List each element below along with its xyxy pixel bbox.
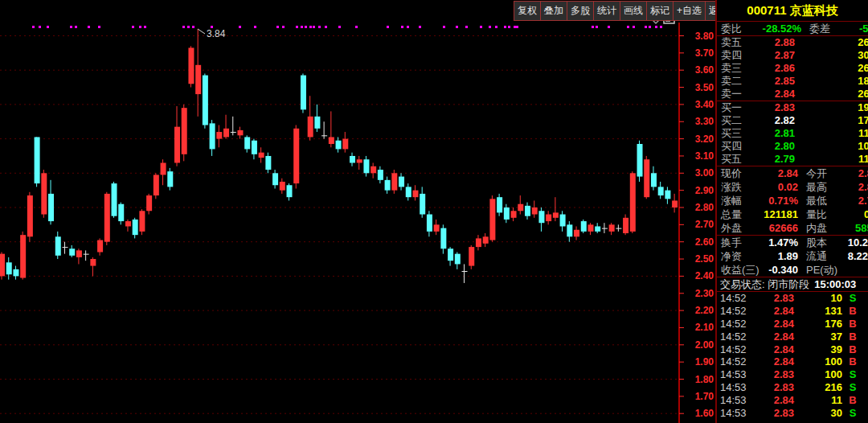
quote-row-3-value-2: 2.77 <box>838 194 868 207</box>
fundamental-row-3: 收益(三)-0.340PE(动)— <box>717 263 868 277</box>
tick-row-2: 14:522.84131B <box>717 305 868 318</box>
quote-stats: 现价2.84今开2.84涨跌0.02最高2.88涨幅0.71%最低2.77总量1… <box>717 166 868 236</box>
quote-row-4-value-1: 121181 <box>763 207 798 221</box>
price-axis-label: 2.90 <box>695 185 714 196</box>
quote-row-1-label-1: 现价 <box>717 166 763 180</box>
fundamental-stats: 换手1.47%股本10.2亿净资1.89流通8.22亿收益(三)-0.340PE… <box>717 236 868 277</box>
high-price-label: 3.84 <box>207 28 226 39</box>
quote-row-4: 总量121181量比0.4 <box>717 207 868 221</box>
fundamental-row-2-value-2: 8.22亿 <box>838 249 868 263</box>
tick-time: 14:52 <box>717 305 752 318</box>
tick-trade-list[interactable]: 14:522.8310S14:522.84131B14:522.84176B14… <box>717 292 868 420</box>
high-price-annotation: 3.84 <box>198 28 226 39</box>
fundamental-row-2-label-2: 流通 <box>806 249 838 263</box>
buy-level-4: 买四2.80106 <box>717 140 868 153</box>
buy-level-2-label: 买二 <box>717 114 750 127</box>
quote-row-5-value-2: 5851 <box>838 221 868 235</box>
tick-volume: 176 <box>794 318 842 331</box>
tick-row-7: 14:532.83100S <box>717 368 868 381</box>
quote-row-1-value-1: 2.84 <box>763 166 798 180</box>
trading-terminal: 3.803.703.603.503.403.303.203.103.002.90… <box>0 0 868 423</box>
signal-marker-dots <box>32 26 662 28</box>
buy-level-2: 买二2.82176 <box>717 114 868 127</box>
sell-level-3-volume: 262 <box>795 62 868 75</box>
tick-side: B <box>842 343 863 356</box>
fundamental-row-1-label-1: 换手 <box>717 236 763 249</box>
session-status-row: 交易状态: 闭市阶段15:00:03 <box>717 277 868 292</box>
buy-level-5-price: 2.79 <box>750 153 795 166</box>
tick-extra <box>863 318 868 331</box>
session-label: 交易状态: 闭市阶段 <box>720 278 809 290</box>
tick-row-5: 14:522.8439B1 <box>717 343 868 356</box>
toolbar-button-5[interactable]: 画线 <box>620 1 647 21</box>
tick-price: 2.84 <box>752 394 794 407</box>
quote-row-2-label-2: 最高 <box>806 180 838 194</box>
sell-level-4: 卖四2.87302 <box>717 49 868 62</box>
tick-volume: 39 <box>794 343 842 356</box>
buy-level-1: 买一2.83196 <box>717 101 868 114</box>
tick-row-9: 14:532.8411B <box>717 394 868 407</box>
sell-level-4-price: 2.87 <box>750 49 795 62</box>
tick-volume: 30 <box>794 407 842 420</box>
sell-level-5-volume: 262 <box>795 36 868 49</box>
weibi-value: -28.52% <box>750 22 801 35</box>
tick-extra: 1 <box>863 343 868 356</box>
tick-side: B <box>842 331 863 343</box>
tick-row-10: 14:532.8330S <box>717 407 868 420</box>
tick-time: 14:53 <box>717 368 752 381</box>
tick-time: 14:52 <box>717 318 752 331</box>
fundamental-row-2: 净资1.89流通8.22亿 <box>717 249 868 263</box>
price-axis-label: 3.30 <box>695 116 714 127</box>
price-axis-label: 2.70 <box>695 219 714 230</box>
tick-price: 2.83 <box>752 368 794 381</box>
sell-level-3: 卖三2.86262 <box>717 62 868 75</box>
toolbar-button-6[interactable]: 标记 <box>646 1 674 21</box>
price-axis-label: 2.00 <box>695 339 714 351</box>
weicha-label: 委差 <box>809 22 838 35</box>
sell-level-5-price: 2.88 <box>750 36 795 49</box>
sell-level-4-label: 卖四 <box>717 49 750 62</box>
quote-row-3-label-1: 涨幅 <box>717 194 763 207</box>
buy-level-4-price: 2.80 <box>750 140 795 153</box>
buy-levels: 买一2.83196买二2.82176买三2.81114买四2.80106买五2.… <box>717 101 868 166</box>
fundamental-row-2-value-1: 1.89 <box>763 249 798 263</box>
tick-extra <box>863 292 868 305</box>
buy-level-4-volume: 106 <box>795 140 868 153</box>
tick-row-4: 14:522.8437B <box>717 331 868 343</box>
tick-price: 2.83 <box>752 407 794 420</box>
buy-level-5-volume: 113 <box>795 153 868 166</box>
buy-level-1-volume: 196 <box>795 101 868 114</box>
tick-price: 2.84 <box>752 343 794 356</box>
tick-side: B <box>842 394 863 407</box>
weicha-value: -564 <box>838 22 868 35</box>
toolbar-button-3[interactable]: 多股 <box>567 1 594 21</box>
toolbar: 复权叠加多股统计画线标记+自选返回 <box>514 0 732 21</box>
tick-price: 2.84 <box>752 305 794 318</box>
stock-name: 京蓝科技 <box>790 3 838 17</box>
toolbar-button-7[interactable]: +自选 <box>673 1 706 21</box>
buy-level-3-label: 买三 <box>717 127 750 140</box>
tick-row-3: 14:522.84176B <box>717 318 868 331</box>
tick-volume: 131 <box>794 305 842 318</box>
candlestick-chart[interactable]: 3.803.703.603.503.403.303.203.103.002.90… <box>0 0 715 423</box>
tick-extra <box>863 407 868 420</box>
quote-row-4-label-2: 量比 <box>806 207 838 221</box>
quote-row-1-value-2: 2.84 <box>838 166 868 180</box>
buy-level-3-volume: 114 <box>795 127 868 140</box>
tick-extra: 1 <box>863 381 868 394</box>
toolbar-button-2[interactable]: 叠加 <box>540 1 567 21</box>
buy-level-3-price: 2.81 <box>750 127 795 140</box>
tick-side: B <box>842 318 863 331</box>
price-axis-label: 1.60 <box>695 408 714 419</box>
toolbar-button-4[interactable]: 统计 <box>593 1 620 21</box>
tick-side: S <box>842 407 863 420</box>
fundamental-row-3-label-2: PE(动) <box>806 263 838 277</box>
sell-level-2-price: 2.85 <box>750 75 795 88</box>
tick-price: 2.83 <box>752 381 794 394</box>
price-axis-label: 1.70 <box>695 391 714 402</box>
quote-row-4-value-2: 0.4 <box>838 207 868 221</box>
tick-side: B <box>842 305 863 318</box>
toolbar-button-1[interactable]: 复权 <box>514 1 541 21</box>
quote-row-5-label-1: 外盘 <box>717 221 763 235</box>
sell-level-3-price: 2.86 <box>750 62 795 75</box>
